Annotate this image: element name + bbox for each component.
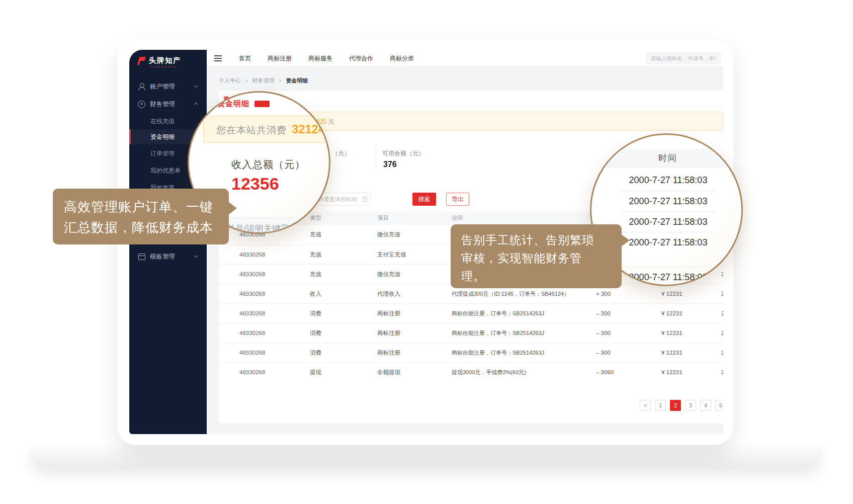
balance-stat-label: 可用余额（元） [382,149,424,158]
header-desc: 说明 [452,211,463,225]
chevron-down-icon [194,254,198,258]
laptop-base [30,445,822,468]
cell-type: 充值 [310,265,321,284]
cell-type: 充值 [310,225,321,244]
table-row: 48330268 消费 商标注册 商标自助注册，订单号：SB2514263J –… [218,323,723,343]
cell-amount: – 300 [596,343,611,363]
tooltip-right-line2: 审核，实现智能财务管 [461,249,622,267]
cell-time: 2000-7-27 11:58:03 [721,265,723,284]
cell-time: 2000-7-27 11:58:03 [721,323,723,343]
breadcrumb-item[interactable]: 个人中心 [219,77,241,83]
tooltip-right: 告别手工统计、告别繁琐 审核，实现智能财务管 理。 [451,224,622,288]
tooltip-left: 高效管理账户订单、一键 汇总数据，降低财务成本 [53,189,229,244]
cell-balance: ¥ 12231 [661,343,683,363]
pagination: < 1 2 3 4 5 [640,400,723,411]
pagination-page-5[interactable]: 5 [715,400,723,411]
sidebar-item-templates[interactable]: 模板管理 [129,249,207,264]
lens-time-row: 2000-7-27 11:58:03 [622,232,715,253]
lens-time-row: 2000-7-27 11:58:03 [622,211,715,232]
pagination-page-4[interactable]: 4 [700,400,711,411]
cell-project: 代理收入 [377,284,400,304]
lens-time-row: 2000-7-27 11:58:03 [622,191,715,211]
cell-order: 48330268 [239,284,265,304]
lens-income-value: 12356 [231,174,279,194]
header-type-label: 类型 [310,211,321,225]
top-navbar: 首页 商标注册 商标服务 代理合作 商标分类 [207,50,723,67]
trademark-search-input[interactable] [646,52,721,64]
pagination-prev[interactable]: < [640,400,651,411]
lens-red-pill [254,101,270,107]
calendar-icon[interactable] [362,197,367,202]
cell-project: 商标注册 [377,304,400,323]
cell-desc: 商标自助注册，订单号：SB2514263J [452,323,544,343]
expense-stat-label: （元） [332,149,350,158]
sidebar-item-account[interactable]: 账户管理 [129,79,207,94]
header-project-label: 项目 [377,211,389,225]
tooltip-left-line2: 汇总数据，降低财务成本 [64,217,229,238]
cell-balance: ¥ 12231 [661,323,683,343]
pagination-page-3[interactable]: 3 [685,400,696,411]
cell-order: 48330268 [239,363,265,382]
lens-banner-amount: 32124 [292,123,324,136]
cell-project: 微信充值 [377,265,400,284]
cell-type: 充值 [310,245,321,265]
finance-icon [138,101,145,108]
table-row: 48330268 消费 商标注册 商标自助注册，订单号：SB2514263J –… [218,343,723,362]
brand-logo[interactable]: 头牌知产 [137,56,181,65]
nav-link-home[interactable]: 首页 [239,54,251,63]
pagination-page-1[interactable]: 1 [655,400,666,411]
cell-order: 48330268 [239,245,265,265]
cell-order: 48330268 [239,304,265,323]
cell-time: 2000-7-27 11:58:03 [721,284,723,304]
cell-type: 提现 [310,363,321,382]
laptop-mockup: 头牌知产 账户管理 财务管理 在线充值 资金明细 订单管理 我的优惠券 我的发票 [0,0,853,504]
breadcrumb-current: 资金明细 [286,77,308,83]
cell-time: 2000-7-27 11:58:03 [721,363,723,382]
header-project[interactable]: 项目 [377,211,382,225]
cell-type: 消费 [310,343,321,363]
sidebar-subitem-recharge[interactable]: 在线充值 [129,114,207,129]
tooltip-left-line1: 高效管理账户订单、一键 [64,197,229,217]
cell-project: 商标注册 [377,323,400,343]
lens-income-label: 收入总额（元） [231,158,305,172]
cell-balance: ¥ 12231 [661,284,683,304]
cell-type: 收入 [310,284,321,304]
breadcrumb-item[interactable]: 财务管理 [252,77,275,83]
brand-name: 头牌知产 [149,56,181,65]
nav-link-trademark-class[interactable]: 商标分类 [390,54,414,63]
export-button[interactable]: 导出 [446,193,469,206]
lens-time-row: 2000-7-27 11:58:03 [622,170,715,191]
nav-link-trademark-service[interactable]: 商标服务 [308,54,332,63]
cell-time: 2000-7-27 11:58:03 [721,343,723,363]
nav-link-trademark-register[interactable]: 商标注册 [268,54,292,63]
tooltip-right-line3: 理。 [461,267,622,285]
cell-project: 商标注册 [377,343,400,363]
nav-links: 首页 商标注册 商标服务 代理合作 商标分类 [239,50,414,67]
header-type[interactable]: 类型 [310,211,315,225]
sidebar-item-label: 账户管理 [150,82,175,91]
cell-amount: – 300 [596,323,611,343]
table-row: 48330268 消费 商标注册 商标自助注册，订单号：SB2514263J –… [218,303,723,323]
lens-banner-prefix: 您在本站共消费 [216,125,287,135]
nav-link-agency[interactable]: 代理合作 [349,54,373,63]
cell-project: 余额提现 [377,363,400,382]
pagination-page-2-active[interactable]: 2 [670,400,681,411]
cell-project: 微信充值 [377,225,400,244]
cell-time: 2000-7-27 11:58:03 [721,304,723,323]
person-icon [138,83,145,90]
cell-balance: ¥ 12231 [661,304,683,323]
tooltip-right-line1: 告别手工统计、告别繁琐 [461,231,622,249]
chevron-up-icon [194,103,198,107]
balance-stat-value: 376 [383,160,397,169]
sidebar-item-finance[interactable]: 财务管理 [129,97,207,112]
cell-order: 48330268 [239,265,265,284]
search-button[interactable]: 搜索 [412,193,436,206]
cell-desc: 商标自助注册，订单号：SB2514263J [452,343,544,363]
cell-desc: 商标自助注册，订单号：SB2514263J [452,304,544,323]
lens-banner: 您在本站共消费 32124 大 [203,116,330,143]
cell-order: 48330268 [239,323,265,343]
chevron-down-icon [194,83,198,88]
hamburger-menu-icon[interactable] [214,55,222,61]
cell-project: 支付宝充值 [377,245,406,265]
banner-unit: 元 [328,118,334,125]
